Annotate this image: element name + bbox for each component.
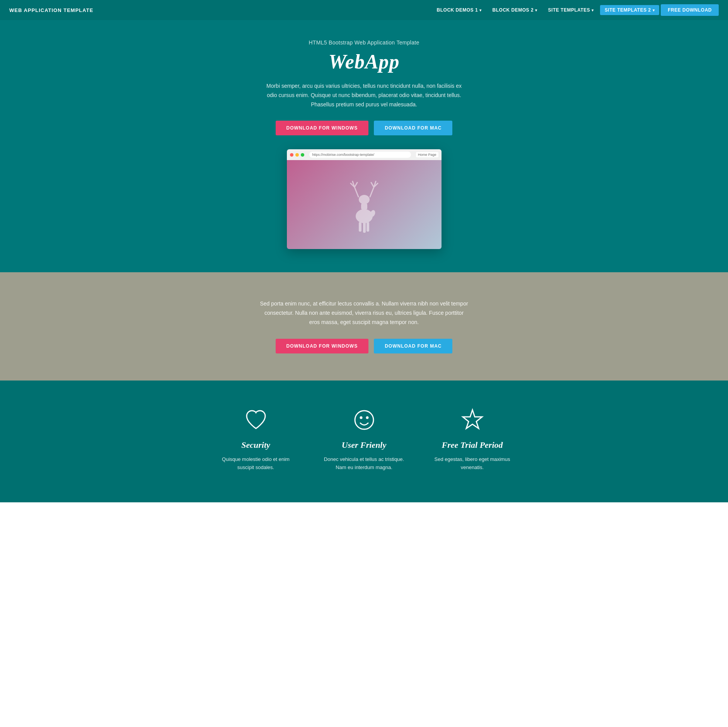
- feature-user-friendly-desc: Donec vehicula et tellus ac tristique. N…: [322, 456, 407, 472]
- svg-rect-3: [359, 222, 361, 232]
- star-icon: [460, 408, 485, 432]
- svg-rect-5: [367, 222, 369, 232]
- feature-security-desc: Quisque molestie odio et enim suscipit s…: [213, 456, 298, 472]
- browser-mockup: https://mobirise.com/bootstrap-template/…: [287, 149, 442, 249]
- nav-item-block-demos-2[interactable]: BLOCK DEMOS 2 ▾: [488, 5, 542, 15]
- gray-section: Sed porta enim nunc, at efficitur lectus…: [0, 272, 728, 380]
- navbar-links: BLOCK DEMOS 1 ▾ BLOCK DEMOS 2 ▾ SITE TEM…: [432, 4, 719, 16]
- svg-point-2: [356, 209, 373, 223]
- gray-download-windows-button[interactable]: DOWNLOAD FOR WINDOWS: [276, 339, 369, 353]
- svg-point-9: [367, 417, 368, 418]
- feature-security: Security Quisque molestie odio et enim s…: [213, 408, 298, 472]
- feature-free-trial: Free Trial Period Sed egestas, libero eg…: [430, 408, 515, 472]
- nav-item-site-templates[interactable]: SITE TEMPLATES ▾: [544, 5, 598, 15]
- chevron-down-icon: ▾: [535, 8, 537, 12]
- gray-buttons: DOWNLOAD FOR WINDOWS DOWNLOAD FOR MAC: [8, 339, 720, 353]
- browser-url: https://mobirise.com/bootstrap-template/: [309, 152, 411, 158]
- svg-point-0: [359, 195, 370, 204]
- browser-dot-green: [301, 153, 304, 157]
- free-download-button[interactable]: FREE DOWNLOAD: [661, 4, 719, 16]
- features-section: Security Quisque molestie odio et enim s…: [0, 381, 728, 503]
- navbar-brand: WEB APPLICATION TEMPLATE: [9, 7, 93, 13]
- svg-rect-1: [361, 203, 367, 210]
- download-windows-button[interactable]: DOWNLOAD FOR WINDOWS: [276, 121, 369, 135]
- download-mac-button[interactable]: DOWNLOAD FOR MAC: [374, 121, 452, 135]
- chevron-down-icon: ▾: [592, 8, 594, 12]
- hero-buttons: DOWNLOAD FOR WINDOWS DOWNLOAD FOR MAC: [8, 121, 720, 135]
- deer-icon: [341, 176, 387, 234]
- svg-rect-4: [363, 222, 366, 233]
- feature-free-trial-desc: Sed egestas, libero eget maximus venenat…: [430, 456, 515, 472]
- hero-description: Morbi semper, arcu quis varius ultricies…: [264, 82, 465, 109]
- navbar: WEB APPLICATION TEMPLATE BLOCK DEMOS 1 ▾…: [0, 0, 728, 20]
- browser-dot-red: [290, 153, 293, 157]
- feature-user-friendly: User Frienly Donec vehicula et tellus ac…: [322, 408, 407, 472]
- browser-home-button: Home Page: [416, 152, 438, 157]
- gray-description: Sed porta enim nunc, at efficitur lectus…: [260, 299, 469, 327]
- svg-point-8: [360, 417, 362, 418]
- feature-security-title: Security: [241, 440, 270, 450]
- heart-icon: [244, 408, 268, 432]
- browser-content: [287, 160, 442, 249]
- features-grid: Security Quisque molestie odio et enim s…: [190, 408, 538, 472]
- hero-section: HTML5 Bootstrap Web Application Template…: [0, 20, 728, 272]
- browser-bar: https://mobirise.com/bootstrap-template/…: [287, 149, 442, 160]
- svg-point-7: [355, 411, 373, 429]
- hero-subtitle: HTML5 Bootstrap Web Application Template: [8, 39, 720, 46]
- browser-dot-yellow: [295, 153, 299, 157]
- nav-item-site-templates-2[interactable]: SITE TEMPLATES 2 ▾: [600, 5, 659, 15]
- hero-title: WebApp: [8, 50, 720, 73]
- chevron-down-icon: ▾: [479, 8, 482, 12]
- chevron-down-icon: ▾: [653, 8, 655, 12]
- gray-download-mac-button[interactable]: DOWNLOAD FOR MAC: [374, 339, 452, 353]
- smiley-icon: [352, 408, 377, 432]
- nav-item-block-demos-1[interactable]: BLOCK DEMOS 1 ▾: [432, 5, 486, 15]
- feature-free-trial-title: Free Trial Period: [442, 440, 503, 450]
- feature-user-friendly-title: User Frienly: [342, 440, 387, 450]
